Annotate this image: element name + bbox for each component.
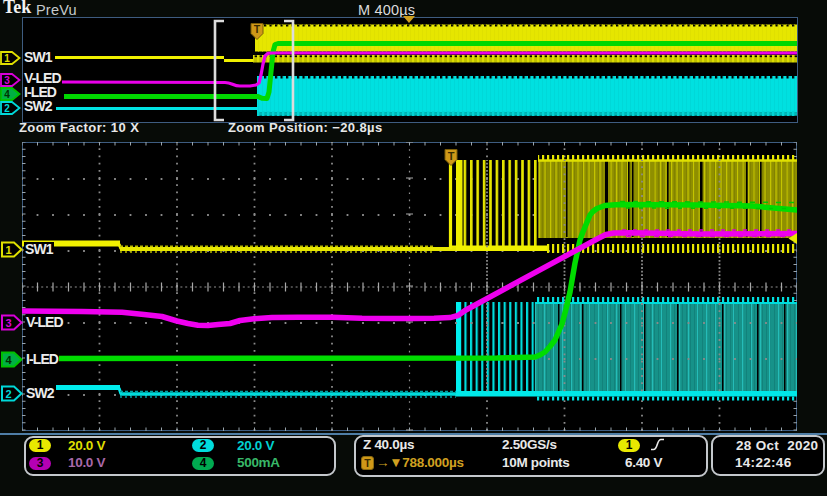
svg-text:1: 1	[4, 53, 10, 64]
svg-text:3: 3	[4, 75, 10, 86]
svg-text:1: 1	[5, 244, 11, 256]
svg-text:2: 2	[5, 388, 11, 400]
svg-text:T: T	[254, 23, 261, 35]
svg-text:T: T	[364, 457, 371, 469]
svg-text:T: T	[448, 150, 455, 162]
svg-text:4: 4	[5, 354, 12, 366]
svg-text:3: 3	[5, 317, 11, 329]
svg-text:2: 2	[4, 103, 10, 114]
svg-text:4: 4	[4, 89, 10, 100]
